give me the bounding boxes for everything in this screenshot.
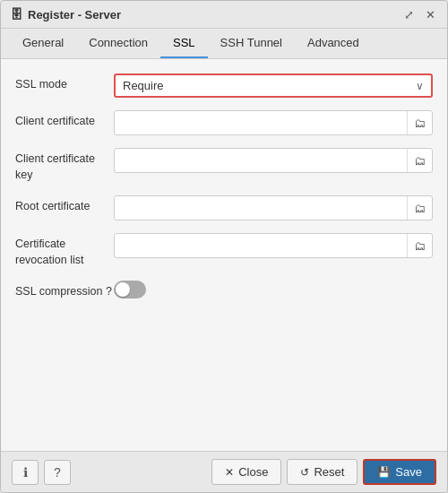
client-certificate-row: Client certificate 🗂 [15,110,433,135]
client-certificate-input[interactable] [115,113,407,134]
title-bar-left: 🗄 Register - Server [10,7,121,22]
client-certificate-browse-button[interactable]: 🗂 [407,111,432,134]
client-certificate-input-wrapper: 🗂 [114,110,433,135]
ssl-mode-select[interactable]: Require ∨ [114,74,433,98]
title-bar-right: ⤢ ✕ [401,6,438,22]
client-certificate-key-field: 🗂 [114,148,433,173]
window-close-button[interactable]: ✕ [422,6,438,22]
client-certificate-field: 🗂 [114,110,433,135]
footer-right: ✕ Close ↺ Reset 💾 Save [211,459,436,485]
cert-revocation-row: Certificate revocation list 🗂 [15,233,433,268]
save-button[interactable]: 💾 Save [363,459,436,485]
help-button[interactable]: ? [44,460,71,485]
root-certificate-input-wrapper: 🗂 [114,195,433,221]
tab-bar: General Connection SSL SSH Tunnel Advanc… [1,29,447,59]
ssl-mode-label: SSL mode [15,74,114,93]
title-bar: 🗄 Register - Server ⤢ ✕ [1,1,447,29]
tab-general[interactable]: General [10,29,76,58]
root-certificate-label: Root certificate [15,195,114,215]
info-button[interactable]: ℹ [12,460,39,485]
tab-ssh-tunnel[interactable]: SSH Tunnel [208,29,295,58]
ssl-compression-toggle-wrapper [114,281,146,298]
footer-left: ℹ ? [12,460,71,485]
cert-revocation-browse-button[interactable]: 🗂 [407,234,432,257]
ssl-mode-row: SSL mode Require ∨ [15,74,433,98]
register-server-window: 🗄 Register - Server ⤢ ✕ General Connecti… [0,0,448,493]
ssl-mode-value: Require [123,79,164,92]
save-label: Save [395,465,422,479]
ssl-mode-arrow-icon: ∨ [416,80,424,92]
reset-button[interactable]: ↺ Reset [287,459,358,485]
client-certificate-key-input[interactable] [115,151,407,171]
ssl-compression-field [114,281,433,298]
client-certificate-key-label: Client certificate key [15,148,114,183]
ssl-compression-row: SSL compression ? [15,281,433,300]
client-certificate-label: Client certificate [15,110,114,130]
reset-icon: ↺ [300,466,309,479]
tab-advanced[interactable]: Advanced [295,29,372,58]
tab-connection[interactable]: Connection [76,29,160,58]
server-icon: 🗄 [10,7,22,22]
window-title: Register - Server [28,8,121,22]
root-certificate-input[interactable] [115,198,407,219]
form-content: SSL mode Require ∨ Client certificate 🗂 … [1,59,447,451]
close-label: Close [238,465,268,479]
cert-revocation-input-wrapper: 🗂 [114,233,433,258]
expand-button[interactable]: ⤢ [401,6,417,22]
ssl-mode-field: Require ∨ [114,74,433,98]
close-icon: ✕ [225,466,234,479]
client-certificate-key-row: Client certificate key 🗂 [15,148,433,183]
save-icon: 💾 [377,466,391,479]
cert-revocation-label: Certificate revocation list [15,233,114,268]
toggle-knob [116,282,130,297]
close-button[interactable]: ✕ Close [211,459,281,485]
footer: ℹ ? ✕ Close ↺ Reset 💾 Save [1,451,447,492]
ssl-compression-label: SSL compression ? [15,281,114,300]
cert-revocation-field: 🗂 [114,233,433,258]
root-certificate-row: Root certificate 🗂 [15,195,433,221]
client-certificate-key-input-wrapper: 🗂 [114,148,433,173]
ssl-compression-toggle[interactable] [114,281,146,298]
root-certificate-browse-button[interactable]: 🗂 [407,196,432,220]
tab-ssl[interactable]: SSL [160,29,208,58]
reset-label: Reset [314,465,344,479]
client-certificate-key-browse-button[interactable]: 🗂 [407,149,432,172]
root-certificate-field: 🗂 [114,195,433,221]
cert-revocation-input[interactable] [115,236,407,256]
